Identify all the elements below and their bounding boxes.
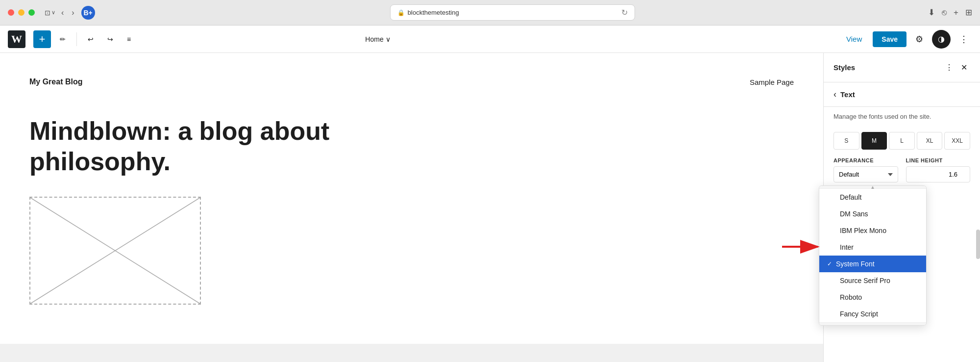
lock-icon: 🔒 bbox=[397, 9, 405, 16]
post-title[interactable]: Mindblown: a blog about philosophy. bbox=[29, 116, 470, 177]
dropdown-item-label: IBM Plex Mono bbox=[840, 227, 886, 234]
dropdown-item[interactable]: IBM Plex Mono bbox=[824, 222, 926, 239]
download-icon[interactable]: ⬇ bbox=[928, 7, 935, 18]
main-area: My Great Blog Sample Page Mindblown: a b… bbox=[0, 53, 980, 362]
redo-button[interactable]: ↪ bbox=[102, 32, 118, 46]
image-placeholder[interactable] bbox=[29, 197, 201, 305]
settings-icon: ⚙ bbox=[915, 34, 923, 44]
panel-close-button[interactable]: ✕ bbox=[958, 61, 970, 74]
panel-header-actions: ⋮ ✕ bbox=[942, 61, 970, 74]
dropdown-item-label: DM Sans bbox=[840, 210, 868, 218]
window-layout-button[interactable]: ⊡ ∨ bbox=[45, 9, 55, 17]
dropdown-item-label: System Font bbox=[836, 260, 875, 268]
more-options-button[interactable]: ⋮ bbox=[956, 31, 972, 48]
grid-icon[interactable]: ⊞ bbox=[965, 7, 972, 18]
panel-description: Manage the fonts used on the site. bbox=[824, 107, 980, 128]
back-button[interactable]: ‹ bbox=[59, 6, 66, 19]
site-nav: Sample Page bbox=[750, 78, 794, 86]
dropdown-item[interactable]: DM Sans bbox=[824, 206, 926, 222]
edit-mode-button[interactable]: ✏ bbox=[55, 32, 71, 46]
panel-more-button[interactable]: ⋮ bbox=[942, 61, 956, 74]
close-button[interactable] bbox=[8, 9, 14, 16]
controls-row: APPEARANCE Default LINE HEIGHT bbox=[833, 157, 970, 182]
size-button-xl[interactable]: XL bbox=[917, 132, 943, 150]
dropdown-item[interactable]: Roboto bbox=[824, 289, 926, 306]
edit-icon: ✏ bbox=[60, 35, 66, 43]
undo-icon: ↩ bbox=[88, 35, 94, 43]
more-icon: ⋮ bbox=[959, 34, 968, 44]
line-height-label: LINE HEIGHT bbox=[906, 157, 971, 163]
appearance-select[interactable]: Default bbox=[833, 166, 898, 182]
font-dropdown[interactable]: ▲ DefaultDM SansIBM Plex MonoInter✓Syste… bbox=[824, 185, 927, 326]
address-bar[interactable]: 🔒 blockthemetesting ↻ bbox=[390, 4, 635, 21]
toolbar-center: Home ∨ bbox=[360, 32, 395, 46]
browser-chrome: ⊡ ∨ ‹ › B+ 🔒 blockthemetesting ↻ ⬇ ⎋ + ⊞ bbox=[0, 0, 980, 26]
dropdown-item[interactable]: Inter bbox=[824, 239, 926, 256]
section-title: Text bbox=[840, 90, 855, 99]
list-view-button[interactable]: ≡ bbox=[122, 32, 136, 46]
url-text: blockthemetesting bbox=[408, 9, 459, 16]
browser-actions: ⬇ ⎋ + ⊞ bbox=[928, 7, 972, 18]
size-selector: SMLXLXXL bbox=[824, 132, 980, 150]
toolbar-right: View Save ⚙ ◑ ⋮ bbox=[840, 30, 972, 49]
back-button[interactable]: ‹ bbox=[833, 89, 836, 100]
size-button-l[interactable]: L bbox=[889, 132, 915, 150]
dropdown-item-label: Fancy Script bbox=[840, 310, 878, 318]
save-button[interactable]: Save bbox=[873, 31, 906, 47]
size-button-s[interactable]: S bbox=[833, 132, 859, 150]
wp-logo-w: W bbox=[11, 33, 22, 46]
canvas-area: My Great Blog Sample Page Mindblown: a b… bbox=[0, 53, 823, 362]
browser-badge: B+ bbox=[81, 6, 95, 20]
minimize-button[interactable] bbox=[18, 9, 24, 16]
page-selector-button[interactable]: Home ∨ bbox=[360, 32, 395, 46]
dropdown-item-label: Roboto bbox=[840, 293, 862, 301]
check-icon: ✓ bbox=[827, 260, 832, 267]
dark-mode-toggle[interactable]: ◑ bbox=[932, 30, 951, 49]
dropdown-item[interactable]: Fancy Script bbox=[824, 306, 926, 322]
redo-icon: ↪ bbox=[107, 35, 113, 43]
panel-body: ▲ DefaultDM SansIBM Plex MonoInter✓Syste… bbox=[824, 128, 980, 362]
site-title: My Great Blog bbox=[29, 78, 82, 86]
dropdown-item[interactable]: Default bbox=[824, 189, 926, 206]
add-block-button[interactable]: + bbox=[33, 30, 51, 48]
forward-button[interactable]: › bbox=[70, 6, 76, 19]
settings-button[interactable]: ⚙ bbox=[911, 31, 927, 48]
dropdown-item[interactable]: Source Serif Pro bbox=[824, 272, 926, 289]
address-bar-container: 🔒 blockthemetesting ↻ bbox=[102, 4, 923, 21]
share-icon[interactable]: ⎋ bbox=[942, 8, 947, 18]
appearance-group: APPEARANCE Default bbox=[833, 157, 898, 182]
reload-icon[interactable]: ↻ bbox=[621, 8, 628, 17]
panel-back: ‹ Text bbox=[824, 82, 980, 107]
add-tab-icon[interactable]: + bbox=[954, 8, 958, 18]
appearance-label: APPEARANCE bbox=[833, 157, 898, 163]
dark-mode-icon: ◑ bbox=[938, 34, 945, 44]
bottom-controls: APPEARANCE Default LINE HEIGHT bbox=[824, 150, 980, 182]
panel-scrollbar[interactable] bbox=[976, 230, 980, 259]
size-button-xxl[interactable]: XXL bbox=[944, 132, 970, 150]
image-diagonal-lines bbox=[30, 198, 200, 304]
dropdown-item-label: Source Serif Pro bbox=[840, 277, 890, 284]
styles-panel: Styles ⋮ ✕ ‹ Text Manage the fonts used … bbox=[823, 53, 980, 362]
size-button-m[interactable]: M bbox=[861, 132, 887, 150]
dropdown-item[interactable]: ✓System Font bbox=[824, 256, 926, 272]
page-label: Home bbox=[365, 35, 383, 43]
dropdown-item-label: Default bbox=[840, 193, 861, 201]
list-icon: ≡ bbox=[127, 35, 131, 43]
line-height-input[interactable] bbox=[906, 166, 971, 182]
dropdown-items: DefaultDM SansIBM Plex MonoInter✓System … bbox=[824, 189, 926, 322]
panel-header: Styles ⋮ ✕ bbox=[824, 53, 980, 82]
line-height-group: LINE HEIGHT bbox=[906, 157, 971, 182]
wp-toolbar: W + ✏ ↩ ↪ ≡ Home ∨ View Save ⚙ ◑ ⋮ bbox=[0, 26, 980, 53]
dropdown-item-label: Inter bbox=[840, 243, 854, 251]
toolbar-separator bbox=[76, 32, 77, 46]
wp-logo[interactable]: W bbox=[8, 30, 25, 48]
browser-nav: ⊡ ∨ ‹ › bbox=[45, 6, 76, 19]
canvas-inner: My Great Blog Sample Page Mindblown: a b… bbox=[0, 53, 823, 344]
panel-title: Styles bbox=[833, 63, 855, 72]
maximize-button[interactable] bbox=[28, 9, 35, 16]
traffic-lights bbox=[8, 9, 35, 16]
view-button[interactable]: View bbox=[840, 32, 868, 46]
undo-button[interactable]: ↩ bbox=[83, 32, 98, 46]
site-header: My Great Blog Sample Page bbox=[29, 68, 794, 96]
chevron-down-icon: ∨ bbox=[386, 35, 391, 43]
